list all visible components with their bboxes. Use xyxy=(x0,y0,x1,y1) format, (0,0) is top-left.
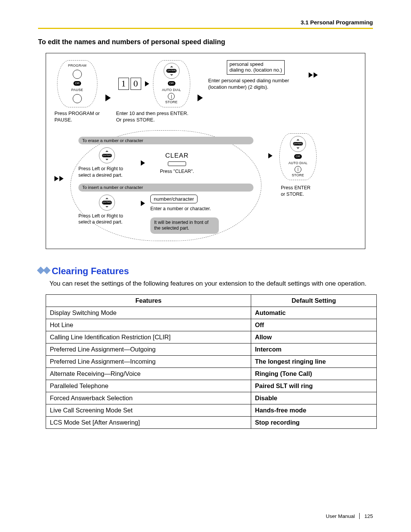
program-label: PROGRAM xyxy=(68,64,87,68)
default-cell: Stop recording xyxy=(251,416,377,428)
table-row: Forced Answerback SelectionDisable xyxy=(46,392,377,404)
or-pill: OR xyxy=(294,154,302,159)
footer-manual: User Manual xyxy=(326,513,355,519)
table-row: Preferred Line Assignment—OutgoingInterc… xyxy=(46,343,377,355)
arrow-icon xyxy=(198,94,203,101)
header-section: 3.1 Personal Programming xyxy=(38,19,373,26)
feature-cell: Paralleled Telephone xyxy=(46,380,251,392)
clearing-features-heading: Clearing Features xyxy=(38,266,373,276)
insert-note-balloon: It will be inserted in front of the sele… xyxy=(150,217,219,234)
procedure-diagram: PROGRAM OR PAUSE Press PROGRAM or PAUSE.… xyxy=(46,53,365,249)
speed-dial-value-box: personal speed dialing no. (location no.… xyxy=(227,60,285,75)
col-default: Default Setting xyxy=(251,294,377,307)
table-row: Paralleled TelephonePaired SLT will ring xyxy=(46,380,377,392)
feature-cell: LCS Mode Set [After Answering] xyxy=(46,416,251,428)
table-row: Calling Line Identification Restriction … xyxy=(46,331,377,343)
default-cell: Disable xyxy=(251,392,377,404)
arrow-icon xyxy=(141,201,145,206)
table-row: Alternate Receiving—Ring/VoiceRinging (T… xyxy=(46,367,377,380)
digits-10: 1 0 xyxy=(118,78,141,90)
feature-cell: Preferred Line Assignment—Outgoing xyxy=(46,343,251,355)
feature-cell: Live Call Screening Mode Set xyxy=(46,404,251,416)
insert-value-caption: Enter a number or character. xyxy=(150,206,211,212)
final-enter-balloon: ENTER OR AUTO DIAL | STORE xyxy=(279,133,317,181)
insert-header: To insert a number or character xyxy=(78,184,253,192)
program-button-icon xyxy=(73,70,82,79)
digit-0: 0 xyxy=(131,78,141,90)
navpad-icon: ENTER xyxy=(99,147,115,163)
header-rule xyxy=(38,28,373,29)
step1-caption: Press PROGRAM or PAUSE. xyxy=(54,110,100,123)
default-cell: Ringing (Tone Call) xyxy=(251,367,377,380)
section-title: To edit the names and numbers of persona… xyxy=(38,38,373,46)
digit-1: 1 xyxy=(118,78,129,90)
features-table: Features Default Setting Display Switchi… xyxy=(46,294,377,429)
clearing-features-desc: You can reset the settings of the follow… xyxy=(49,280,373,288)
table-row: LCS Mode Set [After Answering]Stop recor… xyxy=(46,416,377,428)
navpad-icon: ENTER xyxy=(99,195,115,211)
feature-cell: Display Switching Mode xyxy=(46,307,251,319)
autodial-store-icon: AUTO DIAL | STORE xyxy=(162,88,181,104)
diamond-bullet-icon xyxy=(38,268,49,273)
table-row: Live Call Screening Mode SetHands-free m… xyxy=(46,404,377,416)
erase-header: To erase a number or character xyxy=(78,137,253,145)
default-cell: Automatic xyxy=(251,307,377,319)
footer-page: 125 xyxy=(364,513,373,519)
feature-cell: Preferred Line Assignment—Incoming xyxy=(46,355,251,367)
arrow-icon xyxy=(268,153,272,158)
default-cell: Allow xyxy=(251,331,377,343)
step2-balloon: ENTER OR AUTO DIAL | STORE xyxy=(153,60,190,107)
enter-navpad-icon: ENTER xyxy=(164,63,180,79)
default-cell: The longest ringing line xyxy=(251,355,377,367)
feature-cell: Alternate Receiving—Ring/Voice xyxy=(46,367,251,380)
footer: User Manual 125 xyxy=(326,513,373,519)
clear-caption: Press "CLEAR". xyxy=(160,168,194,174)
number-character-box: number/character xyxy=(150,195,198,204)
clear-button-icon: CLEAR xyxy=(165,152,189,166)
table-row: Display Switching ModeAutomatic xyxy=(46,307,377,319)
step1-balloon: PROGRAM OR PAUSE xyxy=(57,60,97,107)
default-cell: Hands-free mode xyxy=(251,404,377,416)
final-enter-caption: Press ENTER or STORE. xyxy=(281,185,315,197)
arrow-icon xyxy=(105,94,111,101)
col-features: Features xyxy=(46,294,251,307)
feature-cell: Hot Line xyxy=(46,319,251,331)
feature-cell: Calling Line Identification Restriction … xyxy=(46,331,251,343)
default-cell: Paired SLT will ring xyxy=(251,380,377,392)
default-cell: Off xyxy=(251,319,377,331)
pause-label: PAUSE xyxy=(71,88,83,93)
arrow-icon xyxy=(145,81,149,86)
double-arrow-icon xyxy=(309,72,318,78)
table-row: Preferred Line Assignment—IncomingThe lo… xyxy=(46,355,377,367)
or-pill: OR xyxy=(73,81,81,86)
erase-nav-caption: Press Left or Right to select a desired … xyxy=(78,166,135,178)
table-row: Hot LineOff xyxy=(46,319,377,331)
edit-balloon: To erase a number or character ENTER Pre… xyxy=(70,130,261,241)
autodial-store-icon: AUTO DIAL | STORE xyxy=(288,161,307,177)
or-pill: OR xyxy=(168,81,175,86)
feature-cell: Forced Answerback Selection xyxy=(46,392,251,404)
enter-navpad-icon: ENTER xyxy=(290,136,306,152)
pause-button-icon xyxy=(73,94,82,103)
insert-nav-caption: Press Left or Right to select a desired … xyxy=(78,213,135,225)
double-arrow-icon xyxy=(54,176,64,181)
default-cell: Intercom xyxy=(251,343,377,355)
step3-caption: Enter personal speed dialing number (loc… xyxy=(208,78,303,91)
step2-caption: Enter 10 and then press ENTER. Or press … xyxy=(116,110,192,123)
arrow-icon xyxy=(141,160,145,166)
